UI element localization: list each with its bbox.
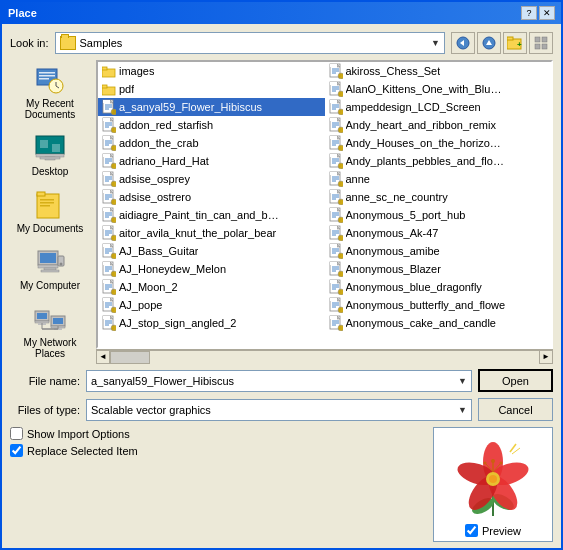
sidebar-item-desktop[interactable]: Desktop — [12, 128, 88, 181]
folder-icon — [60, 36, 76, 50]
file-list-container[interactable]: images akiross_Chess_Set pdf AlanO_Kit — [96, 60, 553, 349]
svg-rect-95 — [103, 136, 110, 139]
cancel-button[interactable]: Cancel — [478, 398, 553, 421]
file-name-dropdown-arrow[interactable]: ▼ — [458, 376, 467, 386]
sidebar-item-recent-documents[interactable]: My Recent Documents — [12, 60, 88, 124]
svg-rect-51 — [330, 64, 337, 67]
svg-point-211 — [111, 289, 116, 295]
svg-rect-31 — [38, 265, 58, 268]
file-item[interactable]: adsise_osprey — [98, 170, 325, 188]
svg-point-155 — [111, 217, 116, 223]
view-icon — [534, 36, 548, 50]
scroll-thumb[interactable] — [110, 351, 150, 364]
file-item[interactable]: adriano_Hard_Hat — [98, 152, 325, 170]
svg-rect-60 — [330, 82, 337, 85]
bottom-section: File name: ▼ Open Files of type: Scalabl… — [10, 369, 553, 542]
up-button[interactable] — [477, 32, 501, 54]
file-item[interactable]: AJ_pope — [98, 296, 325, 314]
file-name-input-wrapper[interactable]: ▼ — [86, 370, 472, 392]
file-item[interactable]: Andy_heart_and_ribbon_remix — [325, 116, 552, 134]
svg-rect-193 — [103, 262, 110, 265]
svg-file-icon — [102, 208, 116, 222]
svg-point-204 — [338, 271, 343, 277]
file-item[interactable]: anne_sc_ne_country — [325, 188, 552, 206]
svg-rect-207 — [103, 280, 110, 283]
file-item-name: aitor_avila_knut_the_polar_bear — [119, 227, 276, 239]
svg-file-icon — [329, 136, 343, 150]
file-item[interactable]: Anonymous_Blazer — [325, 260, 552, 278]
file-item[interactable]: addon_red_starfish — [98, 116, 325, 134]
desktop-icon — [34, 132, 66, 164]
file-item[interactable]: ampeddesign_LCD_Screen — [325, 98, 552, 116]
file-item[interactable]: Andy_plants_pebbles_and_flowe — [325, 152, 552, 170]
file-item[interactable]: aidiagre_Paint_tin_can_and_brush_1 — [98, 206, 325, 224]
file-item[interactable]: images — [98, 62, 325, 80]
file-name-input[interactable] — [91, 375, 458, 387]
file-item[interactable]: addon_the_crab — [98, 134, 325, 152]
file-item[interactable]: akiross_Chess_Set — [325, 62, 552, 80]
file-item[interactable]: Anonymous_butterfly_and_flowe — [325, 296, 552, 314]
file-item[interactable]: anne — [325, 170, 552, 188]
file-item-name: adriano_Hard_Hat — [119, 155, 209, 167]
file-item[interactable]: Andy_Houses_on_the_horizon_-_ — [325, 134, 552, 152]
file-item[interactable]: AlanO_Kittens_One_with_Blue_Ri — [325, 80, 552, 98]
file-item-name: adsise_osprey — [119, 173, 190, 185]
svg-rect-57 — [102, 85, 107, 88]
file-item[interactable]: AJ_Moon_2 — [98, 278, 325, 296]
file-item[interactable]: Anonymous_5_port_hub — [325, 206, 552, 224]
file-item[interactable]: Anonymous_cake_and_candle — [325, 314, 552, 332]
svg-rect-67 — [103, 100, 110, 103]
help-button[interactable]: ? — [521, 6, 537, 20]
show-import-label[interactable]: Show Import Options — [27, 428, 130, 440]
file-item[interactable]: Anonymous_blue_dragonfly — [325, 278, 552, 296]
svg-point-246 — [338, 325, 343, 331]
file-item[interactable]: AJ_stop_sign_angled_2 — [98, 314, 325, 332]
look-in-select[interactable]: Samples ▼ — [55, 32, 445, 54]
scroll-right-button[interactable]: ► — [539, 350, 553, 364]
replace-selected-checkbox[interactable] — [10, 444, 23, 457]
back-button[interactable] — [451, 32, 475, 54]
sidebar-item-network-places[interactable]: My Network Places — [12, 299, 88, 363]
svg-file-icon — [102, 100, 116, 114]
file-item[interactable]: Anonymous_amibe — [325, 242, 552, 260]
svg-text:+: + — [517, 40, 522, 49]
svg-rect-214 — [330, 280, 337, 283]
svg-rect-144 — [330, 190, 337, 193]
file-item[interactable]: Anonymous_Ak-47 — [325, 224, 552, 242]
svg-rect-200 — [330, 262, 337, 265]
show-import-checkbox[interactable] — [10, 427, 23, 440]
file-type-select[interactable]: Scalable vector graphics ▼ — [86, 399, 472, 421]
file-item-name: AJ_Moon_2 — [119, 281, 178, 293]
replace-selected-label[interactable]: Replace Selected Item — [27, 445, 138, 457]
file-item[interactable]: AJ_Bass_Guitar — [98, 242, 325, 260]
svg-point-190 — [338, 253, 343, 259]
horizontal-scrollbar[interactable]: ◄ ► — [96, 349, 553, 363]
view-button[interactable] — [529, 32, 553, 54]
sidebar-item-my-computer[interactable]: My Computer — [12, 242, 88, 295]
svg-rect-102 — [330, 136, 337, 139]
sidebar-item-my-documents[interactable]: My Documents — [12, 185, 88, 238]
svg-file-icon — [329, 82, 343, 96]
file-item-name: addon_red_starfish — [119, 119, 213, 131]
preview-label[interactable]: Preview — [482, 525, 521, 537]
open-button[interactable]: Open — [478, 369, 553, 392]
file-item[interactable]: aitor_avila_knut_the_polar_bear — [98, 224, 325, 242]
preview-image-container — [438, 432, 548, 520]
new-folder-button[interactable]: + — [503, 32, 527, 54]
svg-file-icon — [329, 244, 343, 258]
svg-point-239 — [111, 325, 116, 331]
svg-file-icon — [329, 172, 343, 186]
file-item[interactable]: adsise_ostrero — [98, 188, 325, 206]
svg-file-icon — [329, 100, 343, 114]
file-name-label: File name: — [10, 375, 80, 387]
svg-rect-33 — [41, 270, 59, 272]
file-item[interactable]: a_sanyal59_Flower_Hibiscus — [98, 98, 325, 116]
file-item[interactable]: AJ_Honeydew_Melon — [98, 260, 325, 278]
close-button[interactable]: ✕ — [539, 6, 555, 20]
scroll-left-button[interactable]: ◄ — [96, 350, 110, 364]
file-item[interactable]: pdf — [98, 80, 325, 98]
preview-checkbox[interactable] — [465, 524, 478, 537]
svg-rect-186 — [330, 244, 337, 247]
file-type-dropdown-arrow: ▼ — [458, 405, 467, 415]
svg-file-icon — [329, 316, 343, 330]
